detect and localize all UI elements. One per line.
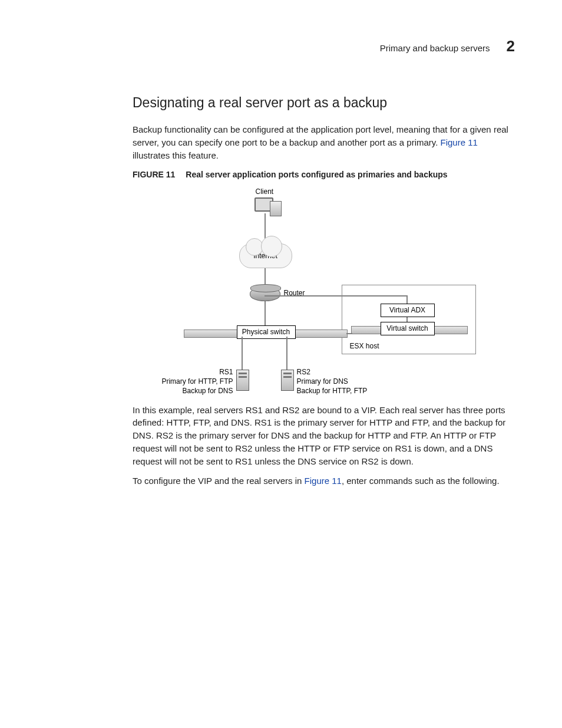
figure-caption-text: Real server application ports configured… (186, 170, 447, 179)
rs1-name: RS1 (153, 367, 233, 377)
router-icon (250, 287, 280, 301)
figure-label: FIGURE 11 (133, 170, 175, 179)
line-to-rs2 (286, 337, 287, 370)
config-paragraph: To configure the VIP and the real server… (133, 475, 515, 487)
physical-switch-label: Physical switch (242, 328, 290, 336)
config-text-1: To configure the VIP and the real server… (133, 476, 305, 486)
rs1-server-icon (236, 370, 249, 391)
internet-label: Internet (253, 252, 277, 260)
rs2-backup: Backup for HTTP, FTP (297, 386, 368, 396)
rs2-server-icon (281, 370, 294, 391)
virtual-adx-box: Virtual ADX (381, 304, 435, 317)
figure-caption: FIGURE 11Real server application ports c… (133, 169, 515, 180)
esx-host-label: ESX host (350, 341, 379, 351)
client-cpu-icon (270, 201, 282, 216)
router-label: Router (284, 288, 305, 298)
rs1-backup: Backup for DNS (153, 386, 233, 396)
page: Primary and backup servers 2 Designating… (0, 0, 562, 728)
config-text-2: , enter commands such as the following. (342, 476, 500, 486)
explanation-paragraph: In this example, real servers RS1 and RS… (133, 404, 515, 468)
line-pswitch-vswitch (346, 333, 352, 334)
section-heading: Designating a real server port as a back… (133, 93, 515, 113)
network-diagram: Client Internet Router Virtual ADX Virtu… (153, 187, 495, 399)
virtual-switch-label: Virtual switch (386, 324, 428, 332)
rs2-primary: Primary for DNS (297, 377, 348, 387)
internet-cloud-icon: Internet (239, 243, 292, 268)
intro-text-2: illustrates this feature. (133, 150, 219, 160)
rs1-primary: Primary for HTTP, FTP (153, 377, 233, 387)
virtual-switch-box: Virtual switch (381, 322, 435, 335)
rs2-name: RS2 (297, 367, 310, 377)
line-backbone (265, 213, 266, 334)
figure-11-link[interactable]: Figure 11 (441, 137, 478, 147)
header-title: Primary and backup servers (380, 42, 490, 55)
intro-paragraph: Backup functionality can be configured a… (133, 123, 515, 162)
virtual-adx-label: Virtual ADX (389, 306, 425, 314)
figure-11-link-2[interactable]: Figure 11 (305, 476, 342, 486)
client-label: Client (256, 187, 274, 197)
chapter-number: 2 (507, 35, 515, 58)
line-to-rs1 (242, 337, 243, 370)
running-head: Primary and backup servers 2 (133, 35, 515, 58)
